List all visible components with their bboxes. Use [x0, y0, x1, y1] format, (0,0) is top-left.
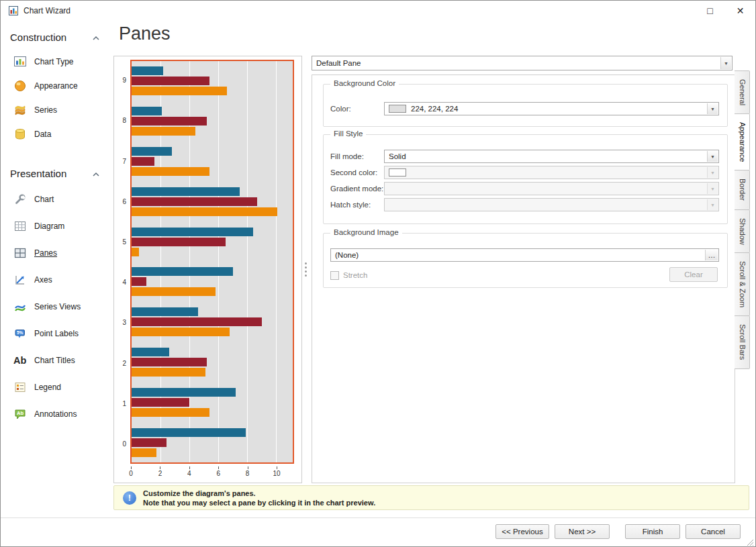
- bar: [132, 107, 162, 115]
- chevron-down-icon: ▼: [707, 151, 718, 162]
- group-title: Background Image: [330, 228, 402, 236]
- bar: [132, 157, 154, 166]
- sidebar-item-chart[interactable]: Chart: [1, 186, 111, 213]
- sidebar-item-panes[interactable]: Panes: [1, 240, 111, 266]
- layers-icon: [13, 103, 28, 117]
- y-tick-label: 1: [122, 399, 126, 407]
- sidebar-item-appearance[interactable]: Appearance: [1, 74, 111, 98]
- color-value: 224, 224, 224: [411, 105, 458, 113]
- category-group: [132, 422, 293, 462]
- bar: [132, 348, 169, 356]
- bar: [132, 398, 189, 407]
- fill-mode-value: Solid: [389, 152, 406, 160]
- x-tick: [189, 466, 190, 469]
- svg-text:5%: 5%: [17, 330, 23, 335]
- sidebar-item-label: Axes: [34, 275, 52, 285]
- bar: [132, 147, 172, 156]
- pane-selector-combobox[interactable]: Default Pane ▼: [312, 56, 733, 70]
- close-button[interactable]: ✕: [725, 1, 755, 21]
- category-group: [132, 302, 293, 342]
- chevron-down-icon: ▼: [707, 167, 718, 178]
- category-group: [132, 221, 293, 262]
- bar: [132, 428, 246, 437]
- y-tick-label: 4: [122, 279, 126, 286]
- tab-scroll-bars[interactable]: Scroll Bars: [735, 315, 750, 368]
- bar: [132, 448, 156, 457]
- next-button[interactable]: Next >>: [555, 524, 610, 539]
- app-icon: [8, 5, 19, 16]
- panes-icon: [13, 246, 28, 260]
- sidebar-item-label: Appearance: [34, 81, 78, 91]
- sidebar-item-diagram[interactable]: Diagram: [1, 213, 111, 240]
- bar: [132, 408, 209, 417]
- group-title: Fill Style: [330, 130, 366, 138]
- bar: [132, 167, 209, 176]
- sidebar-item-chart-titles[interactable]: Ab Chart Titles: [1, 347, 111, 374]
- chevron-up-icon: [92, 168, 100, 179]
- fill-mode-combobox[interactable]: Solid ▼: [384, 150, 719, 163]
- section-presentation[interactable]: Presentation: [1, 157, 111, 186]
- bar: [132, 238, 226, 246]
- cancel-button[interactable]: Cancel: [686, 524, 741, 539]
- bar: [132, 228, 253, 236]
- sidebar-item-label: Diagram: [34, 221, 64, 231]
- finish-button[interactable]: Finish: [625, 524, 680, 539]
- chevron-down-icon: ▼: [720, 57, 731, 69]
- browse-image-button[interactable]: …: [705, 250, 718, 260]
- info-bar: ! Customize the diagram's panes. Note th…: [113, 485, 749, 510]
- tab-border[interactable]: Border: [735, 170, 750, 209]
- sidebar-item-point-labels[interactable]: 5% Point Labels: [1, 320, 111, 347]
- sidebar-item-series[interactable]: Series: [1, 98, 111, 122]
- maximize-button[interactable]: □: [695, 1, 725, 21]
- color-combobox[interactable]: 224, 224, 224 ▼: [384, 102, 719, 115]
- bar: [132, 127, 195, 136]
- sidebar-item-annotations[interactable]: Ab Annotations: [1, 401, 111, 428]
- y-tick-label: 2: [122, 359, 126, 366]
- x-tick-label: 0: [129, 470, 133, 477]
- category-group: [132, 342, 293, 383]
- resize-grip-icon[interactable]: [746, 537, 754, 545]
- sidebar-item-legend[interactable]: Legend: [1, 374, 111, 401]
- legend-icon: [13, 380, 28, 395]
- background-color-group: Background Color Color: 224, 224, 224 ▼: [323, 84, 728, 127]
- sidebar-item-data[interactable]: Data: [1, 122, 111, 146]
- splitter-handle[interactable]: [304, 261, 308, 277]
- section-construction[interactable]: Construction: [1, 21, 111, 50]
- sidebar-item-series-views[interactable]: Series Views: [1, 293, 111, 320]
- database-icon: [13, 127, 28, 142]
- sidebar-item-chart-type[interactable]: Chart Type: [1, 50, 111, 74]
- info-text: Customize the diagram's panes. Note that…: [143, 489, 375, 507]
- sidebar-item-label: Point Labels: [34, 329, 79, 338]
- y-tick-label: 9: [122, 77, 126, 84]
- background-image-combobox[interactable]: (None) …: [330, 248, 719, 262]
- previous-button[interactable]: << Previous: [495, 524, 549, 539]
- paint-sphere-icon: [13, 79, 28, 93]
- chart-type-icon: [13, 54, 28, 69]
- category-group: [132, 142, 293, 182]
- x-tick: [277, 466, 277, 469]
- category-group: [132, 382, 293, 422]
- color-swatch: [389, 105, 406, 113]
- sidebar-item-axes[interactable]: Axes: [1, 266, 111, 293]
- x-tick: [131, 466, 132, 469]
- axes-arrow-icon: [13, 272, 28, 287]
- bar: [132, 187, 240, 196]
- bar: [132, 87, 227, 95]
- tab-scroll-zoom[interactable]: Scroll & Zoom: [735, 252, 750, 316]
- background-image-group: Background Image (None) … Stretch Clear: [323, 233, 728, 288]
- tab-shadow[interactable]: Shadow: [735, 209, 750, 254]
- tab-general[interactable]: General: [735, 70, 750, 114]
- bar: [132, 368, 205, 377]
- x-tick-label: 10: [273, 470, 280, 477]
- bar: [132, 277, 146, 286]
- second-color-label: Second color:: [330, 168, 384, 177]
- info-line-1: Customize the diagram's panes.: [143, 489, 375, 498]
- clear-button: Clear: [669, 267, 718, 282]
- section-presentation-label: Presentation: [10, 168, 66, 179]
- chart-preview: 0123456789 0246810: [113, 56, 302, 483]
- pane-settings-panel: Default Pane ▼ Background Color Color: 2…: [312, 56, 749, 483]
- bar: [132, 317, 262, 326]
- wrench-icon: [13, 192, 28, 207]
- chart-plot[interactable]: [130, 60, 294, 464]
- tab-appearance[interactable]: Appearance: [735, 113, 750, 170]
